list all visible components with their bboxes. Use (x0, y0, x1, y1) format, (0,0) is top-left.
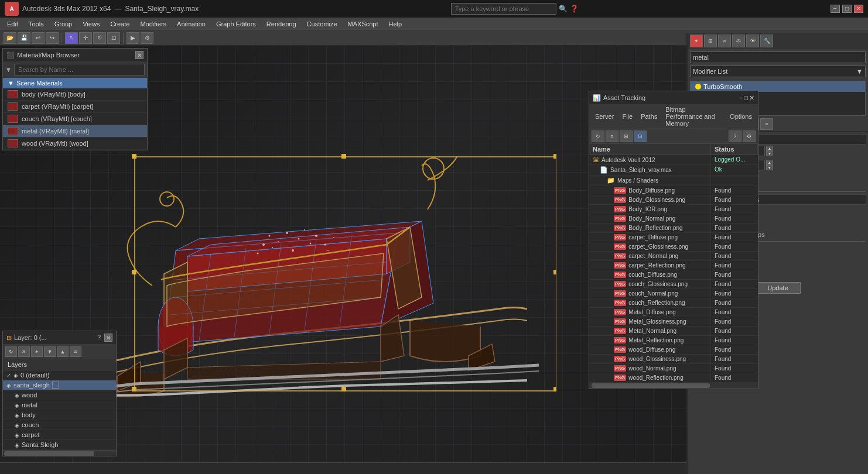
layer-scrollbar[interactable] (3, 450, 116, 456)
asset-detail-btn[interactable]: ⊡ (634, 130, 647, 142)
menu-help[interactable]: Help (384, 19, 407, 29)
layer-panel-titlebar[interactable]: ⊞ Layer: 0 (... ? ✕ (3, 331, 116, 344)
layer-couch[interactable]: ◈ couch (3, 420, 116, 430)
tb-move[interactable]: ✛ (79, 32, 92, 44)
asset-grid-btn[interactable]: ⊞ (620, 130, 633, 142)
tb-open[interactable]: 📂 (4, 32, 16, 44)
asset-list-item[interactable]: PNG Body_Normal.png Found (589, 214, 758, 224)
asset-list-item[interactable]: 📁 Maps / Shaders (589, 176, 758, 186)
rp-display-icon[interactable]: 👁 (746, 35, 759, 47)
asset-refresh-btn[interactable]: ↻ (592, 130, 604, 142)
modifier-list-dropdown[interactable]: Modifier List ▼ (690, 66, 866, 77)
menu-tools[interactable]: Tools (24, 19, 49, 29)
asset-menu-bitmap[interactable]: Bitmap Performance and Memory (662, 105, 725, 128)
update-button[interactable]: Update (755, 282, 800, 294)
layer-panel-close[interactable]: ✕ (104, 334, 112, 342)
render-iters-down[interactable]: ▼ (766, 165, 773, 170)
material-panel-titlebar[interactable]: ⬛ Material/Map Browser ✕ (3, 49, 147, 61)
asset-menu-file[interactable]: File (618, 112, 636, 121)
asset-list-item[interactable]: PNG Body_Reflection.png Found (589, 224, 758, 233)
tb-render-setup[interactable]: ⚙ (141, 32, 153, 44)
rp-hierarchy-icon[interactable]: ⊳ (718, 35, 731, 47)
asset-list-item[interactable]: PNG wood_Reflection.png Found (589, 373, 758, 383)
layer-refresh-btn[interactable]: ↻ (5, 346, 17, 357)
asset-list-item[interactable]: PNG Metal_Reflection.png Found (589, 336, 758, 345)
minimize-btn[interactable]: − (831, 5, 840, 13)
menu-group[interactable]: Group (50, 19, 77, 29)
layer-scroll-thumb[interactable] (4, 451, 94, 456)
asset-list-btn[interactable]: ≡ (606, 130, 618, 142)
asset-name-header[interactable]: Name (589, 144, 711, 154)
layer-options-btn[interactable]: ≡ (70, 346, 81, 357)
help-icon[interactable]: ❓ (570, 5, 579, 13)
window-controls[interactable]: − □ ✕ (831, 5, 863, 13)
layer-body[interactable]: ◈ body (3, 410, 116, 420)
search-input[interactable] (451, 3, 556, 15)
asset-list-item[interactable]: PNG Metal_Glossiness.png Found (589, 317, 758, 327)
material-search-input[interactable] (14, 64, 145, 75)
asset-list-item[interactable]: PNG couch_Glossiness.png Found (589, 280, 758, 289)
search-bar[interactable]: 🔍 ❓ (451, 3, 579, 15)
menu-edit[interactable]: Edit (2, 19, 23, 29)
render-iters-up[interactable]: ▲ (766, 160, 773, 165)
rp-utilities-icon[interactable]: 🔧 (760, 35, 773, 47)
asset-maximize-btn[interactable]: □ (744, 94, 748, 102)
material-item-carpet[interactable]: carpet (VRayMtl) [carpet] (3, 101, 147, 113)
asset-list-item[interactable]: PNG carpet_Glossiness.png Found (589, 242, 758, 252)
tb-undo[interactable]: ↩ (32, 32, 45, 44)
asset-panel-titlebar[interactable]: 📊 Asset Tracking − □ ✕ (589, 91, 758, 104)
layer-santa-sleigh-sub[interactable]: ◈ Santa Sleigh (3, 440, 116, 450)
rp-create-icon[interactable]: ✦ (690, 35, 703, 47)
menu-create[interactable]: Create (105, 19, 134, 29)
asset-list-item[interactable]: 🏛 Autodesk Vault 2012 Logged O... (589, 155, 758, 165)
asset-list-item[interactable]: PNG Metal_Diffuse.png Found (589, 308, 758, 317)
layer-metal[interactable]: ◈ metal (3, 400, 116, 410)
material-panel-close[interactable]: ✕ (135, 51, 143, 59)
menu-views[interactable]: Views (78, 19, 104, 29)
tb-save[interactable]: 💾 (18, 32, 30, 44)
tb-rotate[interactable]: ↻ (93, 32, 106, 44)
material-item-wood[interactable]: wood (VRayMtl) [wood] (3, 138, 147, 150)
menu-modifiers[interactable]: Modifiers (135, 19, 171, 29)
asset-list-item[interactable]: PNG Metal_Normal.png Found (589, 327, 758, 336)
object-name-input[interactable] (690, 51, 866, 63)
menu-graph-editors[interactable]: Graph Editors (211, 19, 261, 29)
menu-rendering[interactable]: Rendering (262, 19, 301, 29)
layer-default[interactable]: ✓ ◈ 0 (default) (3, 370, 116, 380)
layer-expand-btn[interactable]: ▼ (44, 346, 56, 357)
rp-motion-icon[interactable]: ◎ (732, 35, 745, 47)
asset-list-item[interactable]: PNG wood_Normal.png Found (589, 364, 758, 373)
asset-settings-btn[interactable]: ⚙ (743, 130, 756, 142)
asset-list-item[interactable]: PNG Body_IOR.png Found (589, 205, 758, 214)
asset-list-item[interactable]: PNG Body_Diffuse.png Found (589, 186, 758, 195)
layer-collapse-btn[interactable]: ▲ (57, 346, 69, 357)
scene-materials-header[interactable]: ▼ Scene Materials (3, 78, 147, 88)
search-icon[interactable]: 🔍 (559, 5, 568, 13)
asset-list-item[interactable]: PNG wood_Diffuse.png Found (589, 345, 758, 355)
rp-modify-icon[interactable]: ⊞ (704, 35, 717, 47)
layer-santa-sleigh[interactable]: ◈ santa_sleigh (3, 380, 116, 390)
asset-list-item[interactable]: PNG Body_Glossiness.png Found (589, 195, 758, 205)
render-iters-arrows[interactable]: ▲ ▼ (766, 160, 773, 170)
iterations-arrows[interactable]: ▲ ▼ (766, 146, 773, 156)
asset-menu-server[interactable]: Server (592, 112, 617, 121)
asset-list-item[interactable]: PNG carpet_Reflection.png Found (589, 261, 758, 270)
asset-list-item[interactable]: PNG carpet_Diffuse.png Found (589, 233, 758, 242)
show-all-btn[interactable]: ≡ (760, 118, 773, 130)
asset-minimize-btn[interactable]: − (739, 94, 743, 102)
asset-help-btn[interactable]: ? (729, 130, 741, 142)
asset-status-header[interactable]: Status (711, 144, 758, 154)
asset-list-item[interactable]: PNG couch_Diffuse.png Found (589, 270, 758, 280)
asset-list-item[interactable]: PNG couch_Reflection.png Found (589, 298, 758, 308)
asset-list-item[interactable]: PNG carpet_Normal.png Found (589, 252, 758, 261)
tb-redo[interactable]: ↪ (46, 32, 59, 44)
tb-render[interactable]: ▶ (127, 32, 139, 44)
tb-select[interactable]: ↖ (65, 32, 78, 44)
maximize-btn[interactable]: □ (842, 5, 852, 13)
material-item-body[interactable]: body (VRayMtl) [body] (3, 88, 147, 101)
iterations-down[interactable]: ▼ (766, 151, 773, 156)
layer-carpet[interactable]: ◈ carpet (3, 430, 116, 440)
layer-wood[interactable]: ◈ wood (3, 390, 116, 400)
asset-scroll-thumb[interactable] (592, 383, 710, 388)
asset-list-item[interactable]: PNG wood_Glossiness.png Found (589, 355, 758, 364)
